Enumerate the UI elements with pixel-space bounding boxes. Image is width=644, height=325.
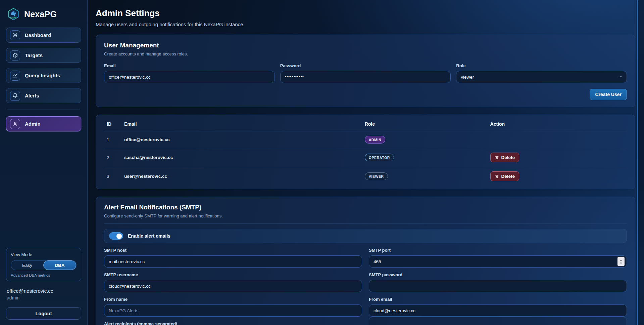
role-select[interactable]: viewer xyxy=(456,71,627,83)
table-header-row: ID Email Role Action xyxy=(104,116,627,131)
password-field-group: Password xyxy=(280,63,451,83)
password-label: Password xyxy=(280,63,451,68)
delete-label: Delete xyxy=(501,174,515,179)
view-mode-description: Advanced DBA metrics xyxy=(11,273,77,277)
role-label: Role xyxy=(456,63,627,68)
delete-user-button[interactable]: Delete xyxy=(490,171,519,181)
logout-button[interactable]: Logout xyxy=(6,307,81,320)
table-row: 1 office@nesterovic.cc ADMIN xyxy=(104,131,627,148)
user-management-title: User Management xyxy=(104,42,627,49)
smtp-password-label: SMTP password xyxy=(369,272,627,277)
page-subtitle: Manage users and outgoing notifications … xyxy=(96,22,635,27)
page-title: Admin Settings xyxy=(96,8,635,18)
user-id: 1 xyxy=(104,131,121,148)
user-email: sascha@nesterovic.cc xyxy=(121,148,362,167)
from-name-group: From name xyxy=(104,297,362,317)
sidebar-item-query-insights[interactable]: Query Insights xyxy=(6,68,81,83)
trash-icon xyxy=(495,174,499,178)
alert-recipients-group: Alert recipients (comma-separated) xyxy=(104,321,362,325)
number-stepper-icon[interactable] xyxy=(617,257,625,266)
smtp-username-group: SMTP username xyxy=(104,272,362,292)
sidebar-item-targets[interactable]: Targets xyxy=(6,48,81,63)
scrollbar-thumb[interactable] xyxy=(637,0,638,325)
column-header-email: Email xyxy=(121,116,362,131)
smtp-username-label: SMTP username xyxy=(104,272,362,277)
role-field-group: Role viewer xyxy=(456,63,627,83)
from-name-input[interactable] xyxy=(104,304,362,317)
chart-line-icon xyxy=(10,71,20,81)
view-mode-dba-button[interactable]: DBA xyxy=(43,260,76,270)
smtp-password-input[interactable] xyxy=(369,280,627,292)
from-name-label: From name xyxy=(104,297,362,302)
role-badge-admin: ADMIN xyxy=(365,136,385,144)
sidebar: NexaPG NexaPG Dashboard Targets xyxy=(0,0,88,325)
smtp-subtitle: Configure send-only SMTP for warning and… xyxy=(104,213,627,218)
enable-alert-emails-label: Enable alert emails xyxy=(128,233,170,239)
smtp-host-label: SMTP host xyxy=(104,248,362,253)
delete-label: Delete xyxy=(501,155,515,160)
smtp-password-group: SMTP password xyxy=(369,272,627,292)
bell-icon xyxy=(10,91,20,101)
from-email-label: From email xyxy=(369,297,627,302)
smtp-port-group: SMTP port xyxy=(369,248,627,268)
divider xyxy=(104,224,627,224)
smtp-title: Alert Email Notifications (SMTP) xyxy=(104,204,627,211)
toggle-knob xyxy=(116,234,122,239)
current-user-role: admin xyxy=(7,295,81,300)
view-mode-easy-button[interactable]: Easy xyxy=(11,260,43,270)
view-mode-segmented-control: Easy DBA xyxy=(11,260,77,270)
smtp-port-label: SMTP port xyxy=(369,248,627,253)
sidebar-divider xyxy=(7,110,80,110)
column-header-role: Role xyxy=(362,116,488,131)
user-id: 3 xyxy=(104,167,121,186)
from-email-group: From email xyxy=(369,297,627,317)
current-user-email: office@nesterovic.cc xyxy=(7,288,81,294)
email-input[interactable] xyxy=(104,71,275,83)
sidebar-item-alerts[interactable]: Alerts xyxy=(6,88,81,103)
role-badge-operator: OPERATOR xyxy=(365,154,394,161)
column-header-id: ID xyxy=(104,116,121,131)
user-email: office@nesterovic.cc xyxy=(121,131,362,148)
users-table: ID Email Role Action 1 office@nesterovic… xyxy=(104,116,627,186)
column-header-action: Action xyxy=(488,116,627,131)
user-management-subtitle: Create accounts and manage access roles. xyxy=(104,51,627,56)
role-badge-viewer: VIEWER xyxy=(365,172,388,180)
starttls-row: Use STARTTLS xyxy=(369,317,627,325)
brand: NexaPG NexaPG xyxy=(6,6,81,28)
smtp-username-input[interactable] xyxy=(104,280,362,292)
svg-text:NexaPG: NexaPG xyxy=(10,17,16,19)
nexapg-logo-icon: NexaPG xyxy=(7,7,20,21)
package-icon xyxy=(10,50,20,60)
app-title: NexaPG xyxy=(24,9,57,19)
action-cell xyxy=(488,131,627,148)
user-email: user@nesterovic.cc xyxy=(121,167,362,186)
trash-icon xyxy=(495,155,499,160)
user-id: 2 xyxy=(104,148,121,167)
table-row: 3 user@nesterovic.cc VIEWER Delete xyxy=(104,167,627,186)
user-icon xyxy=(10,119,20,129)
sidebar-item-admin[interactable]: Admin xyxy=(6,116,81,131)
smtp-port-input[interactable] xyxy=(369,255,627,268)
delete-user-button[interactable]: Delete xyxy=(490,153,519,162)
from-email-input[interactable] xyxy=(369,304,627,317)
create-user-button[interactable]: Create User xyxy=(590,89,627,100)
sidebar-item-label: Targets xyxy=(25,52,43,58)
database-icon xyxy=(10,30,20,40)
main-content: Admin Settings Manage users and outgoing… xyxy=(88,0,644,325)
user-management-card: User Management Create accounts and mana… xyxy=(96,35,635,107)
view-mode-label: View Mode xyxy=(11,252,77,257)
email-label: Email xyxy=(104,63,275,68)
smtp-host-input[interactable] xyxy=(104,255,362,268)
sidebar-item-label: Alerts xyxy=(25,93,39,98)
sidebar-item-dashboard[interactable]: Dashboard xyxy=(6,28,81,43)
email-field-group: Email xyxy=(104,63,275,83)
smtp-host-group: SMTP host xyxy=(104,248,362,268)
password-input[interactable] xyxy=(280,71,451,83)
enable-alert-emails-row: Enable alert emails xyxy=(104,229,627,243)
table-row: 2 sascha@nesterovic.cc OPERATOR Delete xyxy=(104,148,627,167)
alert-recipients-label: Alert recipients (comma-separated) xyxy=(104,321,362,325)
sidebar-item-label: Admin xyxy=(25,121,41,127)
smtp-card: Alert Email Notifications (SMTP) Configu… xyxy=(96,197,635,325)
enable-alert-emails-toggle[interactable] xyxy=(109,232,123,240)
view-mode-panel: View Mode Easy DBA Advanced DBA metrics xyxy=(6,248,81,281)
